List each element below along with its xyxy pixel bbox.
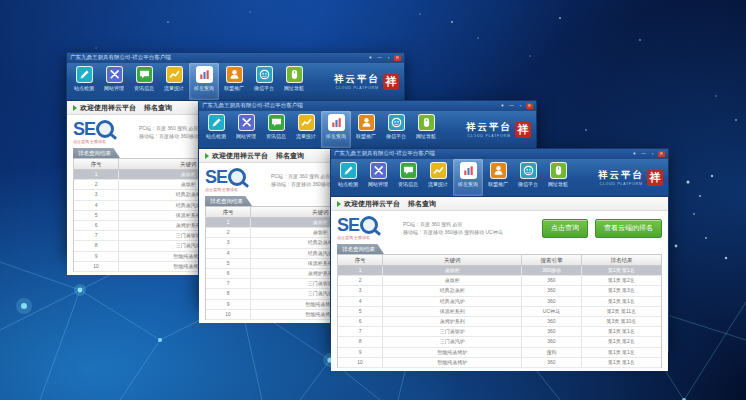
- minimize-icon[interactable]: —: [640, 151, 647, 157]
- table-cell: 经典蒸汽炉: [383, 297, 522, 306]
- toolbar-item-label: 站点检测: [338, 181, 358, 187]
- table-cell: 智能纯蒸烤炉: [383, 358, 522, 367]
- toolbar-item[interactable]: 站点检测: [333, 159, 363, 196]
- toolbar-item[interactable]: 站点检测: [69, 63, 99, 100]
- table-row[interactable]: 10智能纯蒸烤炉360第1页 第1名: [338, 358, 661, 368]
- toolbar-item[interactable]: 联盟推广: [483, 159, 513, 196]
- toolbar-item[interactable]: 资讯信息: [393, 159, 423, 196]
- toolbar-item-label: 网站管理: [236, 133, 256, 139]
- toolbar-item[interactable]: 联盟推广: [351, 111, 381, 148]
- close-icon[interactable]: ✕: [658, 151, 665, 157]
- wechat-icon: [388, 114, 405, 131]
- toolbar-item[interactable]: 网站管理: [363, 159, 393, 196]
- pencil-icon: [76, 66, 93, 83]
- line-chart-icon: [430, 162, 447, 179]
- section-title: 排名查询: [276, 152, 304, 159]
- maximize-icon[interactable]: ▫: [649, 151, 656, 157]
- toolbar-item[interactable]: 资讯信息: [261, 111, 291, 148]
- toolbar-item[interactable]: 微信平台: [381, 111, 411, 148]
- table-cell: 1: [338, 266, 383, 275]
- table-cell: 三门蒸汽炉: [383, 337, 522, 346]
- table-row[interactable]: 4经典蒸汽炉360第1页 第1名: [338, 297, 661, 307]
- toolbar-item[interactable]: 资讯信息: [129, 63, 159, 100]
- table-cell: 360: [522, 297, 582, 306]
- table-row[interactable]: 8三门蒸汽炉360第1页 第2名: [338, 337, 661, 347]
- toolbar-item[interactable]: 排名查询: [321, 111, 351, 148]
- query-button[interactable]: 点击查询: [542, 219, 588, 238]
- header-keyword: 关键词: [383, 255, 522, 265]
- toolbar-item[interactable]: 网站管理: [231, 111, 261, 148]
- seo-logo: SE 点击查询 全面排名: [205, 168, 267, 192]
- brand-seal-icon: 祥: [515, 122, 531, 138]
- skin-icon[interactable]: ▾: [499, 103, 506, 109]
- table-cell: 1: [74, 170, 119, 179]
- seo-wordmark: SE: [73, 120, 95, 138]
- table-cell: 360: [522, 337, 582, 346]
- toolbar-item-label: 排名查询: [194, 85, 214, 91]
- toolbar-item[interactable]: 网站管理: [99, 63, 129, 100]
- welcome-text: 欢迎使用祥云平台排名查询: [212, 151, 304, 161]
- table-row[interactable]: 6蒸烤炉系列360第3页 第10名: [338, 317, 661, 327]
- toolbar-items: 站点检测网站管理资讯信息流量统计排名查询联盟推广微信平台网址导航: [201, 111, 441, 148]
- toolbar-item[interactable]: 排名查询: [189, 63, 219, 100]
- table-row[interactable]: 9智能纯蒸烤炉搜狗第1页 第1名: [338, 348, 661, 358]
- skin-icon[interactable]: ▾: [367, 55, 374, 61]
- tab-ranking-results[interactable]: 排名查询结果: [73, 148, 120, 158]
- line-chart-icon: [298, 114, 315, 131]
- brand-subtitle: CLOUD PLATFORM: [598, 182, 644, 186]
- table-cell: 第1页 第1名: [582, 358, 661, 367]
- minimize-icon[interactable]: —: [508, 103, 515, 109]
- tab-ranking-results[interactable]: 排名查询结果: [337, 244, 384, 254]
- skin-icon[interactable]: ▾: [631, 151, 638, 157]
- title-bar[interactable]: 广东九鼎王厨具有限公司-祥云平台客户端 ▾ — ▫ ✕: [331, 149, 668, 159]
- title-bar[interactable]: 广东九鼎王厨具有限公司-祥云平台客户端 ▾ — ▫ ✕: [67, 53, 404, 63]
- toolbar-item-label: 流量统计: [164, 85, 184, 91]
- engine-info: PC端：百度 360 搜狗 必应 移动端：百度移动 360移动 搜狗移动 UC神…: [403, 220, 542, 236]
- brand-name: 祥云平台: [598, 169, 644, 182]
- toolbar-item[interactable]: 联盟推广: [219, 63, 249, 100]
- table-row[interactable]: 2蒸饭柜360第1页 第2名: [338, 276, 661, 286]
- toolbar-item-label: 网址导航: [416, 133, 436, 139]
- magnifier-icon: [96, 120, 114, 138]
- toolbar-item[interactable]: 微信平台: [249, 63, 279, 100]
- table-cell: 2: [206, 228, 251, 237]
- table-cell: 蒸烤炉系列: [383, 317, 522, 326]
- toolbar-item[interactable]: 站点检测: [201, 111, 231, 148]
- table-row[interactable]: 7三门蒸饭炉360第1页 第1名: [338, 327, 661, 337]
- seo-logo: SE 点击查询 全面排名: [337, 216, 399, 240]
- tab-ranking-results[interactable]: 排名查询结果: [205, 196, 252, 206]
- toolbar-item[interactable]: 网址导航: [543, 159, 573, 196]
- toolbar-item-label: 网站管理: [368, 181, 388, 187]
- minimize-icon[interactable]: —: [376, 55, 383, 61]
- toolbar-item[interactable]: 微信平台: [513, 159, 543, 196]
- toolbar-items: 站点检测网站管理资讯信息流量统计排名查询联盟推广微信平台网址导航: [69, 63, 309, 100]
- maximize-icon[interactable]: ▫: [385, 55, 392, 61]
- header-no: 序号: [338, 255, 383, 265]
- cloud-rank-button[interactable]: 查看云端的排名: [595, 219, 662, 238]
- table-row[interactable]: 1蒸饭柜360移动第1页 第1名: [338, 266, 661, 276]
- close-icon[interactable]: ✕: [394, 55, 401, 61]
- seo-logo: SE 点击查询 全面排名: [73, 120, 135, 144]
- chat-bubble-icon: [136, 66, 153, 83]
- maximize-icon[interactable]: ▫: [517, 103, 524, 109]
- table-row[interactable]: 3经典款蒸柜360第1页 第3名: [338, 286, 661, 296]
- toolbar-item-label: 资讯信息: [266, 133, 286, 139]
- toolbar-item[interactable]: 网址导航: [279, 63, 309, 100]
- table-cell: 360: [522, 286, 582, 295]
- table-cell: 7: [338, 327, 383, 336]
- table-row[interactable]: 5保温柜系列UC神马第2页 第11名: [338, 307, 661, 317]
- table-cell: 5: [206, 259, 251, 268]
- brand-subtitle: CLOUD PLATFORM: [466, 134, 512, 138]
- toolbar-item[interactable]: 流量统计: [159, 63, 189, 100]
- toolbar-item[interactable]: 网址导航: [411, 111, 441, 148]
- table-cell: UC神马: [522, 307, 582, 316]
- main-toolbar: 站点检测网站管理资讯信息流量统计排名查询联盟推广微信平台网址导航 祥云平台 CL…: [67, 63, 404, 101]
- close-icon[interactable]: ✕: [526, 103, 533, 109]
- toolbar-item[interactable]: 流量统计: [291, 111, 321, 148]
- toolbar-item-label: 联盟推广: [488, 181, 508, 187]
- toolbar-item-label: 资讯信息: [134, 85, 154, 91]
- toolbar-item[interactable]: 流量统计: [423, 159, 453, 196]
- toolbar-item[interactable]: 排名查询: [453, 159, 483, 196]
- title-bar[interactable]: 广东九鼎王厨具有限公司-祥云平台客户端 ▾ — ▫ ✕: [199, 101, 536, 111]
- table-cell: 6: [338, 317, 383, 326]
